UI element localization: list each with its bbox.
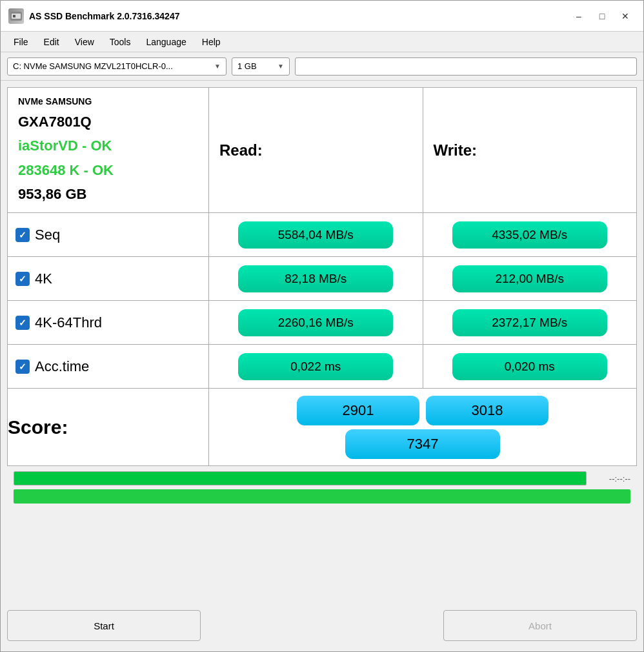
score-read: 2901 — [297, 396, 419, 425]
seq-read-result: 5584,04 MB/s — [238, 221, 393, 249]
acctime-checkbox[interactable] — [15, 360, 30, 374]
acctime-label-cell: Acc.time — [8, 345, 209, 389]
benchmark-table: NVMe SAMSUNG GXA7801Q iaStorVD - OK 2836… — [7, 87, 637, 466]
progress-track — [14, 471, 587, 485]
4k-write-result: 212,00 MB/s — [452, 265, 607, 292]
seq-checkbox[interactable] — [15, 228, 30, 242]
score-row: Score: 2901 3018 7347 — [8, 389, 637, 466]
drive-selector-value: C: NVMe SAMSUNG MZVL21T0HCLR-0... — [13, 61, 210, 71]
acctime-write-result: 0,020 ms — [452, 353, 607, 380]
progress-fill — [14, 472, 586, 485]
main-content: NVMe SAMSUNG GXA7801Q iaStorVD - OK 2836… — [1, 81, 643, 602]
4k64-label-cell: 4K-64Thrd — [8, 301, 209, 345]
4k-label: 4K — [35, 270, 52, 287]
maximize-button[interactable]: □ — [592, 7, 612, 25]
4k64-read-cell: 2260,16 MB/s — [209, 301, 423, 345]
minimize-button[interactable]: – — [569, 7, 589, 25]
menu-edit[interactable]: Edit — [36, 34, 67, 50]
4k64-read-result: 2260,16 MB/s — [238, 309, 393, 336]
size-selector[interactable]: 1 GB ▼ — [232, 57, 290, 76]
drive-brand: NVMe SAMSUNG — [18, 94, 198, 110]
seq-label: Seq — [35, 227, 60, 243]
read-header: Read: — [209, 88, 423, 213]
main-window: AS SSD Benchmark 2.0.7316.34247 – □ ✕ Fi… — [0, 0, 644, 652]
write-header: Write: — [423, 88, 637, 213]
score-result-cell: 2901 3018 7347 — [209, 389, 637, 466]
score-total: 7347 — [345, 429, 500, 459]
drive-driver: iaStorVD - OK — [18, 134, 198, 158]
seq-write-result: 4335,02 MB/s — [452, 221, 607, 249]
size-selector-value: 1 GB — [237, 61, 274, 71]
acctime-label: Acc.time — [35, 358, 89, 375]
menu-file[interactable]: File — [6, 34, 36, 50]
acctime-read-cell: 0,022 ms — [209, 345, 423, 389]
menu-help[interactable]: Help — [194, 34, 228, 50]
4k-read-cell: 82,18 MB/s — [209, 257, 423, 301]
4k-read-result: 82,18 MB/s — [238, 265, 393, 292]
score-pair: 2901 3018 — [297, 396, 548, 425]
4k-write-cell: 212,00 MB/s — [423, 257, 637, 301]
bottom-section: --:--:-- — [7, 471, 637, 504]
4k-row: 4K 82,18 MB/s 212,00 MB/s — [8, 257, 637, 301]
app-icon — [8, 8, 24, 24]
drive-selector[interactable]: C: NVMe SAMSUNG MZVL21T0HCLR-0... ▼ — [7, 57, 226, 76]
abort-button[interactable]: Abort — [443, 610, 637, 641]
4k64-row: 4K-64Thrd 2260,16 MB/s 2372,17 MB/s — [8, 301, 637, 345]
table-header-row: NVMe SAMSUNG GXA7801Q iaStorVD - OK 2836… — [8, 88, 637, 213]
acctime-row: Acc.time 0,022 ms 0,020 ms — [8, 345, 637, 389]
svg-rect-2 — [13, 15, 15, 17]
progress-time: --:--:-- — [592, 474, 630, 484]
close-button[interactable]: ✕ — [615, 7, 636, 25]
drive-block: 283648 K - OK — [18, 158, 198, 182]
seq-write-cell: 4335,02 MB/s — [423, 213, 637, 257]
seq-label-cell: Seq — [8, 213, 209, 257]
acctime-read-result: 0,022 ms — [238, 353, 393, 380]
acctime-write-cell: 0,020 ms — [423, 345, 637, 389]
drive-model: GXA7801Q — [18, 110, 198, 134]
progress-bar-container: --:--:-- — [14, 471, 630, 485]
title-bar-controls: – □ ✕ — [569, 7, 636, 25]
drive-size: 953,86 GB — [18, 182, 198, 206]
menu-language[interactable]: Language — [138, 34, 194, 50]
seq-row: Seq 5584,04 MB/s 4335,02 MB/s — [8, 213, 637, 257]
4k64-label: 4K-64Thrd — [35, 314, 102, 331]
window-title: AS SSD Benchmark 2.0.7316.34247 — [29, 11, 569, 21]
4k64-write-result: 2372,17 MB/s — [452, 309, 607, 336]
menu-view[interactable]: View — [67, 34, 102, 50]
4k-label-cell: 4K — [8, 257, 209, 301]
size-dropdown-arrow: ▼ — [277, 63, 284, 70]
4k-checkbox[interactable] — [15, 272, 30, 286]
green-progress-bar — [14, 489, 630, 504]
score-container: 2901 3018 7347 — [209, 396, 636, 459]
4k64-checkbox[interactable] — [15, 316, 30, 330]
title-bar: AS SSD Benchmark 2.0.7316.34247 – □ ✕ — [1, 1, 643, 32]
menu-tools[interactable]: Tools — [102, 34, 139, 50]
toolbar: C: NVMe SAMSUNG MZVL21T0HCLR-0... ▼ 1 GB… — [1, 52, 643, 81]
toolbar-progress-field — [295, 57, 637, 76]
action-buttons: Start Abort — [1, 602, 643, 651]
start-button[interactable]: Start — [7, 610, 201, 641]
drive-info-cell: NVMe SAMSUNG GXA7801Q iaStorVD - OK 2836… — [8, 88, 209, 213]
drive-dropdown-arrow: ▼ — [214, 63, 221, 70]
menu-bar: File Edit View Tools Language Help — [1, 32, 643, 52]
score-label-cell: Score: — [8, 389, 209, 466]
4k64-write-cell: 2372,17 MB/s — [423, 301, 637, 345]
score-write: 3018 — [426, 396, 548, 425]
seq-read-cell: 5584,04 MB/s — [209, 213, 423, 257]
